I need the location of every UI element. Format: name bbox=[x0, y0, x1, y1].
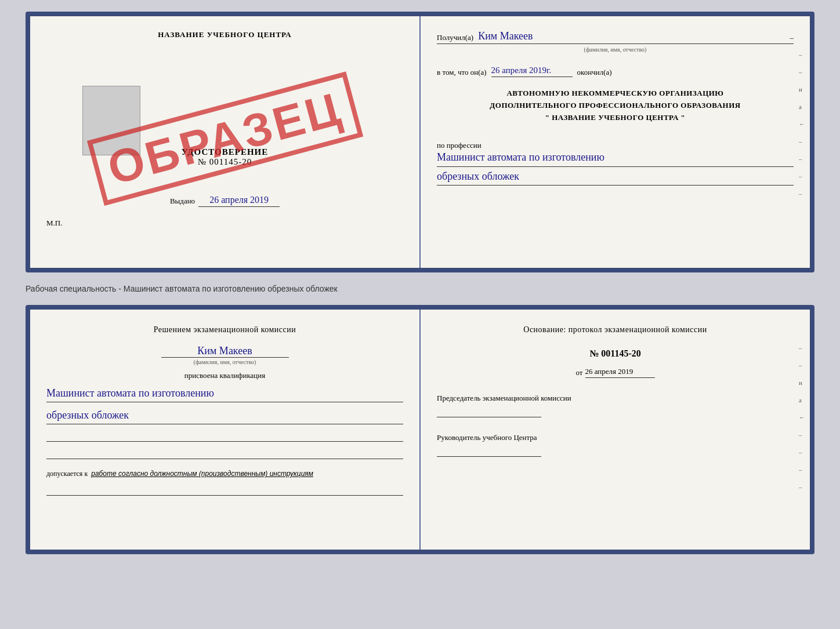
director-sig-line bbox=[437, 445, 541, 457]
top-document: НАЗВАНИЕ УЧЕБНОГО ЦЕНТРА УДОСТОВЕРЕНИЕ №… bbox=[26, 12, 814, 272]
bottom-person-name: Ким Макеев bbox=[197, 345, 252, 357]
allow-prefix: допускается к bbox=[46, 470, 88, 478]
profession-line2-top: обрезных обложек bbox=[437, 169, 794, 186]
received-label: Получил(а) bbox=[437, 33, 473, 42]
allow-value: работе согласно должностным (производств… bbox=[91, 470, 313, 478]
date-prefix: в том, что он(а) bbox=[437, 68, 487, 77]
cert-title: УДОСТОВЕРЕНИЕ bbox=[182, 147, 269, 157]
caption-text: Рабочая специальность - Машинист автомат… bbox=[26, 284, 338, 293]
org-line2: ДОПОЛНИТЕЛЬНОГО ПРОФЕССИОНАЛЬНОГО ОБРАЗО… bbox=[437, 100, 794, 112]
basis-title: Основание: протокол экзаменационной коми… bbox=[437, 323, 794, 336]
chairman-label: Председатель экзаменационной комиссии bbox=[437, 393, 794, 403]
blank-line-3 bbox=[46, 484, 403, 496]
recipient-name: Ким Макеев bbox=[478, 30, 780, 42]
profession-bottom-line1: Машинист автомата по изготовлению bbox=[46, 386, 403, 402]
photo-placeholder bbox=[82, 86, 140, 155]
date-prefix-bottom: от bbox=[575, 368, 582, 377]
caption: Рабочая специальность - Машинист автомат… bbox=[26, 282, 814, 296]
org-line3: " НАЗВАНИЕ УЧЕБНОГО ЦЕНТРА " bbox=[437, 112, 794, 124]
finished-label: окончил(а) bbox=[577, 68, 612, 77]
chairman-block: Председатель экзаменационной комиссии bbox=[437, 393, 794, 417]
protocol-date: 26 апреля 2019 bbox=[585, 367, 655, 378]
issued-date: 26 апреля 2019 bbox=[198, 195, 280, 207]
issued-label: Выдано bbox=[170, 197, 195, 206]
decision-title: Решением экзаменационной комиссии bbox=[46, 323, 403, 336]
profession-line1-top: Машинист автомата по изготовлению bbox=[437, 150, 794, 166]
blank-line-2 bbox=[46, 448, 403, 459]
profession-label-top: по профессии bbox=[437, 141, 794, 150]
assigned-label: присвоена квалификация bbox=[46, 371, 403, 380]
school-name-top: НАЗВАНИЕ УЧЕБНОГО ЦЕНТРА bbox=[158, 30, 292, 39]
name-sub-top: (фамилия, имя, отчество) bbox=[437, 46, 794, 53]
cert-number-top: № 001145-20 bbox=[182, 157, 269, 167]
director-label: Руководитель учебного Центра bbox=[437, 432, 794, 443]
director-block: Руководитель учебного Центра bbox=[437, 432, 794, 457]
profession-bottom-line2: обрезных обложек bbox=[46, 408, 403, 424]
mp-label: М.П. bbox=[46, 219, 62, 228]
bottom-name-sub: (фамилия, имя, отчество) bbox=[161, 357, 289, 365]
date-value-right: 26 апреля 2019г. bbox=[491, 66, 573, 77]
bottom-doc-left: Решением экзаменационной комиссии Ким Ма… bbox=[30, 310, 421, 550]
chairman-sig-line bbox=[437, 406, 541, 417]
blank-line-1 bbox=[46, 430, 403, 442]
org-block: АВТОНОМНУЮ НЕКОММЕРЧЕСКУЮ ОРГАНИЗАЦИЮ ДО… bbox=[437, 88, 794, 123]
top-doc-right: Получил(а) Ким Макеев – (фамилия, имя, о… bbox=[421, 16, 810, 268]
side-marks-bottom: – – и а ← – – – – bbox=[799, 344, 805, 490]
bottom-document: Решением экзаменационной комиссии Ким Ма… bbox=[26, 305, 814, 554]
org-line1: АВТОНОМНУЮ НЕКОММЕРЧЕСКУЮ ОРГАНИЗАЦИЮ bbox=[437, 88, 794, 100]
protocol-number: № 001145-20 bbox=[437, 348, 794, 359]
top-doc-left: НАЗВАНИЕ УЧЕБНОГО ЦЕНТРА УДОСТОВЕРЕНИЕ №… bbox=[30, 16, 421, 268]
side-marks-top: – – и а ← – – – – bbox=[799, 51, 805, 197]
bottom-doc-right: Основание: протокол экзаменационной коми… bbox=[421, 310, 810, 550]
